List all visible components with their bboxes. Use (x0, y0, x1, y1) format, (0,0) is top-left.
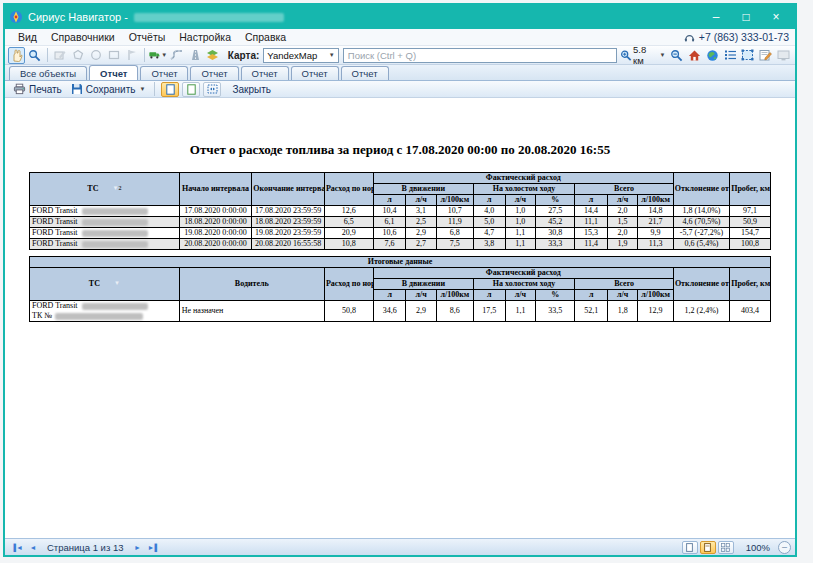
totals-row[interactable]: FORD TransitТК №Не назначен50,834,62,98,… (30, 301, 771, 322)
edit-track-button[interactable] (52, 47, 69, 64)
flag-button[interactable] (123, 47, 140, 64)
value-cell: 12,9 (638, 301, 674, 322)
driver-cell: Не назначен (179, 301, 324, 322)
normal-view-button[interactable] (682, 541, 698, 554)
magnifier-icon (28, 49, 41, 62)
vehicles-dropdown-button[interactable]: ▼ (149, 47, 167, 64)
fit-page-button[interactable] (203, 82, 221, 97)
unit-l: л (575, 290, 608, 301)
multi-page-button[interactable] (718, 541, 734, 554)
support-phone: +7 (863) 333-01-73 (684, 31, 789, 43)
value-cell: 4,7 (473, 228, 505, 239)
next-page-button[interactable]: ► (130, 541, 146, 554)
map-provider-select[interactable]: YandexMap ▼ (263, 48, 338, 63)
fuel-table-row[interactable]: FORD Transit19.08.2020 0:00:0019.08.2020… (30, 228, 771, 239)
layers-icon (206, 49, 219, 61)
map-label: Карта: (228, 50, 260, 61)
report-title: Отчет о расходе топлива за период с 17.0… (5, 142, 795, 158)
value-cell: -5,7 (-27,2%) (673, 228, 729, 239)
value-cell: 403,4 (730, 301, 771, 322)
unit-lph: л/ч (406, 290, 436, 301)
unit-pct: % (536, 195, 575, 206)
value-cell: 97,1 (730, 206, 771, 217)
menu-view[interactable]: Вид (11, 31, 44, 43)
menu-reports[interactable]: Отчёты (122, 31, 173, 43)
tab-report-5[interactable]: Отчет (291, 66, 339, 80)
continuous-view-button[interactable] (182, 82, 200, 97)
edit-note-button[interactable] (757, 47, 774, 64)
layers-button[interactable] (204, 47, 221, 64)
redacted-text (82, 303, 148, 310)
tab-all-objects[interactable]: Все объекты (9, 66, 87, 80)
header-moving: В движении (373, 279, 473, 290)
header-tc[interactable]: ТС▼2 (30, 173, 180, 206)
road-button[interactable] (186, 47, 203, 64)
vehicle-cell: FORD Transit (30, 239, 180, 250)
polygon-icon (72, 49, 84, 61)
tab-strip: Все объекты Отчет Отчет Отчет Отчет Отче… (5, 65, 795, 81)
fuel-table-row[interactable]: FORD Transit20.08.2020 0:00:0020.08.2020… (30, 239, 771, 250)
first-page-button[interactable]: ▐◄ (9, 541, 25, 554)
globe-button[interactable] (704, 47, 721, 64)
circle-zone-button[interactable] (88, 47, 105, 64)
header-actual: Фактический расход (373, 173, 673, 184)
statusbar: ▐◄ ◄ Страница 1 из 13 ► ►▌ 100% – (5, 538, 795, 555)
value-cell: 11,4 (575, 239, 608, 250)
value-cell: 15,3 (575, 228, 608, 239)
tab-report-4[interactable]: Отчет (241, 66, 289, 80)
unit-l: л (575, 195, 608, 206)
window-title: Сириус Навигатор - (28, 11, 128, 23)
rect-zone-button[interactable] (105, 47, 122, 64)
hand-icon (11, 49, 23, 62)
zoom-decrease-button[interactable]: – (778, 541, 791, 554)
close-report-button[interactable]: Закрыть (232, 84, 271, 95)
minimize-button[interactable]: – (701, 7, 731, 27)
menu-directories[interactable]: Справочники (44, 31, 122, 43)
last-page-button[interactable]: ►▌ (146, 541, 162, 554)
object-list-button[interactable] (722, 47, 739, 64)
unit-l: л (373, 290, 406, 301)
header-tc[interactable]: ТС▼ (30, 268, 180, 301)
value-cell: 33,3 (536, 239, 575, 250)
tab-report-2[interactable]: Отчет (140, 66, 188, 80)
value-cell: 1,1 (505, 239, 535, 250)
circle-icon (90, 49, 102, 61)
value-cell: 2,0 (607, 206, 637, 217)
printer-icon (13, 83, 26, 95)
value-cell: 1,8 (14,0%) (673, 206, 729, 217)
save-button[interactable]: Сохранить ▼ (68, 83, 149, 95)
fit-icon (207, 84, 218, 94)
single-page-view-button[interactable] (161, 82, 179, 97)
chevron-down-icon: ▼ (139, 86, 145, 92)
value-cell: 34,6 (373, 301, 406, 322)
monitor-button[interactable] (775, 47, 792, 64)
value-cell: 11,1 (575, 217, 608, 228)
zoom-out-button[interactable] (668, 47, 685, 64)
search-input[interactable]: Поиск (Ctrl + Q) (343, 48, 617, 63)
home-button[interactable] (686, 47, 703, 64)
polygon-button[interactable] (70, 47, 87, 64)
prev-page-button[interactable]: ◄ (25, 541, 41, 554)
fuel-table-row[interactable]: FORD Transit18.08.2020 0:00:0018.08.2020… (30, 217, 771, 228)
unit-lp100: л/100км (638, 290, 674, 301)
page-icon (686, 543, 693, 552)
tab-report-active[interactable]: Отчет (89, 65, 138, 80)
select-area-button[interactable] (740, 47, 757, 64)
zoom-select-button[interactable] (26, 47, 43, 64)
tab-report-3[interactable]: Отчет (190, 66, 238, 80)
zoom-in-scale-button[interactable]: 5.8 км ▼ (618, 47, 667, 64)
maximize-button[interactable]: □ (731, 7, 761, 27)
fuel-table-row[interactable]: FORD Transit17.08.2020 0:00:0017.08.2020… (30, 206, 771, 217)
close-button[interactable]: × (761, 7, 791, 27)
header-norm: Расход по норме, л (324, 173, 373, 206)
page-layout-button[interactable] (700, 541, 716, 554)
chevron-down-icon: ▼ (329, 52, 335, 58)
menu-settings[interactable]: Настройка (172, 31, 238, 43)
menu-help[interactable]: Справка (238, 31, 293, 43)
print-button[interactable]: Печать (10, 83, 65, 95)
route-button[interactable] (168, 47, 185, 64)
tab-report-6[interactable]: Отчет (341, 66, 389, 80)
main-toolbar: ▼ Карта: YandexMap ▼ Поиск (Ctrl + Q) 5.… (5, 46, 795, 65)
pan-hand-button[interactable] (8, 47, 25, 64)
toolbar-separator (154, 82, 155, 96)
